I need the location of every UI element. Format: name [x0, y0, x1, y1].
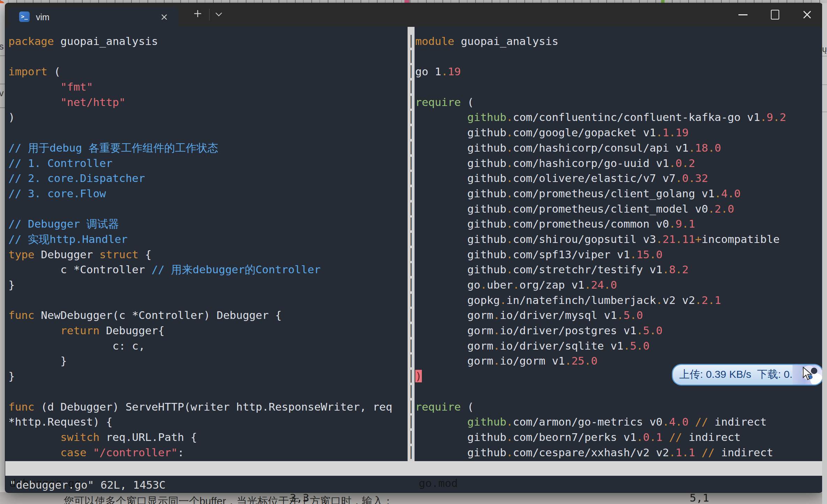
tab-close-button[interactable]: [159, 12, 170, 23]
separator-glyph: │: [408, 384, 415, 399]
code-line: // 实现http.Handler: [8, 232, 408, 247]
code-line: github.com/prometheus/client_model v0.2.…: [415, 201, 822, 217]
separator-glyph: │: [408, 430, 415, 445]
code-line: [8, 49, 408, 64]
code-line: github.com/armon/go-metrics v0.4.0 // in…: [415, 414, 822, 430]
code-line: [8, 125, 408, 140]
close-icon: [802, 9, 812, 20]
statusline-cursor-position: 3,3: [290, 490, 309, 504]
code-line: switch req.URL.Path {: [8, 430, 408, 445]
separator-glyph: │: [408, 399, 415, 415]
minimize-button[interactable]: [732, 6, 754, 23]
code-line: gorm.io/driver/sqlite v1.5.0: [415, 338, 822, 354]
vim-pane-debugger-go[interactable]: package guopai_analysis import ( "fmt" "…: [8, 34, 408, 460]
separator-glyph: │: [408, 79, 415, 95]
code-line: c *Controller // 用来debugger的Controller: [8, 262, 408, 277]
separator-glyph: │: [408, 414, 415, 430]
divider: [209, 9, 210, 21]
separator-glyph: │: [408, 49, 415, 64]
separator-glyph: │: [408, 369, 415, 384]
code-line: go 1.19: [415, 64, 822, 79]
code-line: gorm.io/driver/postgres v1.5.0: [415, 323, 822, 338]
code-line: github.com/spf13/viper v1.15.0: [415, 247, 822, 262]
statusline-right: go.mod 5,1 Top: [415, 461, 822, 476]
code-line: [415, 384, 822, 399]
clipped-text-fragment: ų: [822, 44, 827, 55]
code-line: }: [8, 353, 408, 369]
code-line: github.com/prometheus/client_golang v1.4…: [415, 186, 822, 201]
code-line: type Debugger struct {: [8, 247, 408, 262]
code-line: github.com/confluentinc/confluent-kafka-…: [415, 110, 822, 125]
code-line: // 2. core.Dispatcher: [8, 171, 408, 186]
code-line: [8, 201, 408, 217]
separator-glyph: │: [408, 338, 415, 354]
close-button[interactable]: [796, 6, 818, 23]
network-speed-overlay[interactable]: 上传: 0.39 KB/s 下载: 0.67 KB/s: [672, 364, 824, 385]
separator-glyph: │: [408, 216, 415, 232]
separator-glyph: │: [408, 34, 415, 49]
clipped-text-fragment: ev: [0, 88, 5, 100]
maximize-button[interactable]: [764, 6, 786, 23]
statusline-filename: go.mod: [419, 476, 458, 490]
code-line: "net/http": [8, 95, 408, 110]
titlebar[interactable]: >_ vim: [5, 3, 822, 27]
tab-vim[interactable]: >_ vim: [9, 7, 178, 27]
code-line: go.uber.org/zap v1.24.0: [415, 277, 822, 293]
code-line: gopkg.in/natefinch/lumberjack.v2 v2.2.1: [415, 293, 822, 308]
code-line: github.com/hashicorp/go-uuid v1.0.2: [415, 156, 822, 171]
divider: [822, 112, 827, 112]
vim-split-separator[interactable]: ││││││││││││││││││││││││││││: [408, 27, 415, 461]
vim-pane-go-mod[interactable]: module guopai_analysis go 1.19 require (…: [415, 34, 822, 460]
code-line: import (: [8, 64, 408, 79]
code-line: [415, 79, 822, 95]
separator-glyph: │: [408, 64, 415, 79]
separator-glyph: │: [408, 156, 415, 171]
code-line: // 用于debug 各重要工作组件的工作状态: [8, 140, 408, 156]
code-line: require (: [415, 95, 822, 110]
code-line: [8, 293, 408, 308]
editor-content: package guopai_analysis import ( "fmt" "…: [5, 27, 822, 461]
separator-glyph: │: [408, 110, 415, 125]
code-line: func (d Debugger) ServeHTTP(writer http.…: [8, 399, 408, 415]
code-line: gorm.io/driver/mysql v1.5.0: [415, 308, 822, 323]
clipped-document-text: 您可以使多个窗口显示同一个buffer，当光标位于左上方窗口时，输入：: [63, 494, 393, 504]
divider: [822, 84, 827, 85]
divider: [0, 55, 5, 56]
code-line: *http.Request) {: [8, 414, 408, 430]
code-line: package guopai_analysis: [8, 34, 408, 49]
divider: [0, 84, 5, 84]
background-window-right-sliver: ų: [822, 3, 827, 504]
code-line: github.com/google/gopacket v1.1.19: [415, 125, 822, 140]
desktop: os ev ų 您可以使多个窗口显示同一个buffer，当光标位于左上方窗口时，…: [0, 0, 827, 504]
separator-glyph: │: [408, 293, 415, 308]
powershell-icon: >_: [19, 12, 30, 22]
tab-dropdown-button[interactable]: [216, 11, 221, 16]
code-line: github.com/olivere/elastic/v7 v7.0.32: [415, 171, 822, 186]
code-line: github.com/prometheus/common v0.9.1: [415, 216, 822, 232]
code-line: func NewDebugger(c *Controller) Debugger…: [8, 308, 408, 323]
terminal-window: >_ vim package guopai_analysis import ( …: [5, 3, 823, 493]
clipped-text-fragment: os: [0, 41, 5, 54]
separator-glyph: │: [408, 232, 415, 247]
code-line: return Debugger{: [8, 323, 408, 338]
separator-glyph: │: [408, 445, 415, 460]
code-line: module guopai_analysis: [415, 34, 822, 49]
new-tab-button[interactable]: [191, 7, 204, 20]
code-line: require (: [415, 399, 822, 415]
code-line: case "/controller":: [8, 445, 408, 460]
code-line: ): [8, 110, 408, 125]
separator-glyph: │: [408, 95, 415, 110]
code-line: "fmt": [8, 79, 408, 95]
maximize-icon: [771, 10, 779, 20]
tab-title: vim: [36, 12, 50, 22]
background-window-left-sliver: os ev: [0, 3, 5, 492]
statusline-cursor-position: 5,1: [690, 490, 709, 504]
code-line: github.com/beorn7/perks v1.0.1 // indire…: [415, 430, 822, 445]
separator-glyph: │: [408, 171, 415, 186]
code-line: // Debugger 调试器: [8, 216, 408, 232]
vim-command-line: "debugger.go" 62L, 1453C: [9, 477, 166, 492]
separator-glyph: │: [408, 201, 415, 217]
code-line: c: c,: [8, 338, 408, 354]
code-line: github.com/stretchr/testify v1.8.2: [415, 262, 822, 277]
code-line: // 1. Controller: [8, 156, 408, 171]
